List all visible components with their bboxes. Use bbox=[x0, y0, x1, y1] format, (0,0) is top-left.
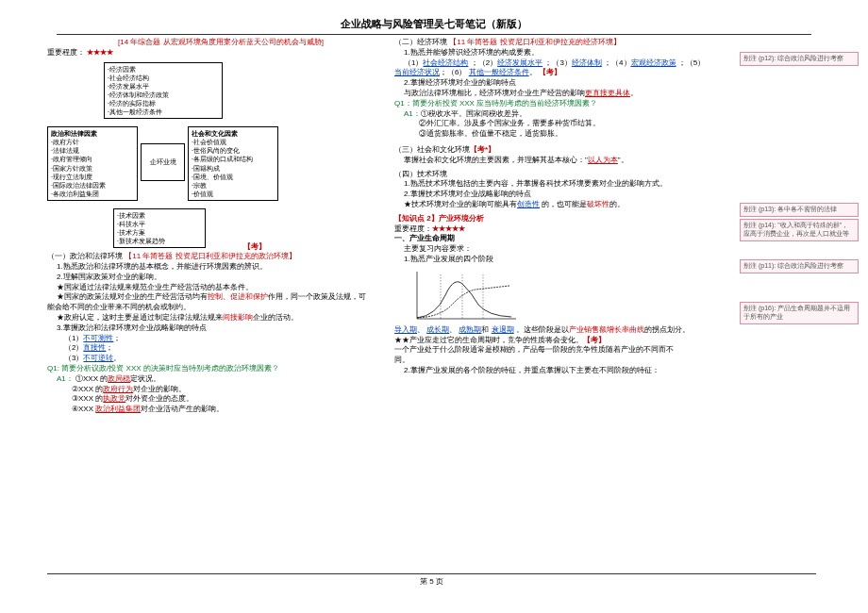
diagram-top-box: ·经济因素·社会经济结构 ·经济发展水平·经济体制和经济政策 ·经济的实际指标·… bbox=[104, 62, 223, 120]
lifecycle-chart bbox=[408, 267, 521, 323]
plc-l7: 2.掌握产业发展的各个阶段的特征，并重点掌握以下主要在不同阶段的特征： bbox=[394, 366, 742, 376]
sec2-l3: 当前经济状况；（6） 其他一般经济条件。 【考】 bbox=[394, 68, 742, 78]
page: 企业战略与风险管理吴七哥笔记（新版） 别注 (p12): 综合政治风险进行考察 … bbox=[0, 0, 868, 613]
sec2-title: （二）经济环境 【11 年简答题 投资尼日利亚和伊拉克的经济环境】 bbox=[394, 38, 742, 48]
sec4-title: （四）技术环境 bbox=[394, 170, 742, 180]
diagram-center: 企环 业境 bbox=[141, 143, 185, 181]
imp-label: 重要程度： bbox=[47, 48, 85, 57]
sec1-l8: （1）不可测性； bbox=[47, 334, 394, 344]
sec1-l9: （2）直接性； bbox=[47, 343, 394, 354]
left-column: [14 年综合题 从宏观环境角度用案分析蓝天公司的机会与威胁] 重要程度： ★★… bbox=[47, 38, 394, 415]
plc-l6: 同。 bbox=[394, 356, 742, 366]
plc-l4: ★★产业应走过它的生命周期时，竞争的性质将会变化。【考】 bbox=[394, 336, 742, 346]
sec2-l4: 2.掌握经济环境对企业的影响特点 bbox=[394, 78, 742, 89]
page-number: 第 5 页 bbox=[47, 576, 816, 587]
sec3-title: （三）社会和文化环境【考*】 bbox=[394, 145, 742, 156]
kao-tag-1: 【考】 bbox=[243, 241, 266, 252]
pest-diagram: ·经济因素·社会经济结构 ·经济发展水平·经济体制和经济政策 ·经济的实际指标·… bbox=[47, 58, 394, 253]
a1r-3: ③通货膨胀率。价值量不稳定，通货膨胀。 bbox=[394, 129, 742, 140]
diagram-right-box: 社会和文化因素 ·社会价值观·世俗风尚的变化 ·各层级的口成和结构·国籍构成 ·… bbox=[188, 126, 278, 201]
plc-l1: 主要复习内容要求： bbox=[394, 244, 742, 255]
imp-stars: ★★★★ bbox=[87, 48, 113, 57]
plc-l2: 1.熟悉产业发展的四个阶段 bbox=[394, 255, 742, 265]
stages: 导入期、 成长期、 成熟期和 衰退期 。这些阶段是以产业销售额增长率曲线的拐点划… bbox=[394, 325, 742, 336]
diagram-bottom-box: ·技术因素·科技水平 ·技术方案·新技术发展趋势 bbox=[113, 208, 206, 248]
margin-note-1: 别注 (p12): 综合政治风险进行考察 bbox=[740, 52, 859, 66]
a1-left: A1： ①XXX 的政局稳定状况。 bbox=[47, 374, 394, 385]
sec2-l5: 与政治法律环境相比，经济环境对企业生产经营的影响更直接更具体。 bbox=[394, 89, 742, 99]
sec1-l5: 能会给不同的企业带来不同的机会或制约。 bbox=[47, 303, 394, 313]
sec1-l7: 3.掌握政治和法律环境对企业战略影响的特点 bbox=[47, 323, 394, 334]
sec1-title: （一）政治和法律环境 【11 年简答题 投资尼日利亚和伊拉克的政治环境】 bbox=[47, 252, 394, 262]
kp-imp: 重要程度：★★★★★ bbox=[394, 224, 742, 235]
sec1-l10: （3）不可逆转。 bbox=[47, 354, 394, 364]
kp-title: 【知识点 2】产业环境分析 bbox=[394, 214, 742, 224]
plc-title: 一、产业生命周期 bbox=[394, 234, 742, 244]
a1r: A1：①税收水平。国家间税收差异。 bbox=[394, 109, 742, 120]
sec1-l2: 2.理解国家政策对企业的影响。 bbox=[47, 273, 394, 283]
q1-left: Q1: 简要分析议政/投资 XXX 的决策时应当特别考虑的政治环境因素？ bbox=[47, 364, 394, 374]
sec1-l3: ★国家通过法律法规来规范企业生产经营活动的基本条件。 bbox=[47, 283, 394, 293]
plc-l5: 一个产业处于什么阶段通常是模糊的，产品每一阶段的竞争性质随着产业的不同而不 bbox=[394, 345, 742, 356]
sec2-l1: 1.熟悉并能够辨识经济环境的构成要素。 bbox=[394, 48, 742, 58]
footer: 第 5 页 bbox=[47, 573, 816, 587]
sec1-l4: ★国家的政策法规对企业的生产经营活动均有控制、促进和保护作用，同一个政策及法规，… bbox=[47, 292, 394, 303]
sec4-l2: 2.掌握技术环境对企业战略影响的特点 bbox=[394, 190, 742, 200]
q1-right: Q1：简要分析投资 XXX 应当特别考虑的当前经济环境因素？ bbox=[394, 99, 742, 109]
right-column: （二）经济环境 【11 年简答题 投资尼日利亚和伊拉克的经济环境】 1.熟悉并能… bbox=[394, 38, 742, 415]
sec2-l2: （1）社会经济结构 ；（2）经济发展水平 ；（3）经济体制 ；（4）宏观经济政策… bbox=[394, 58, 742, 69]
sec4-l1: 1.熟悉技术环境包括的主要内容，并掌握各科技术环境要素对企业的影响方式。 bbox=[394, 179, 742, 190]
a1-2: ②XXX 的政府行为对企业的影响。 bbox=[47, 385, 394, 395]
sec1-l6: ★政府认定，这时主要是通过制定法律法规法规来间接影响企业的活动。 bbox=[47, 313, 394, 323]
rule-top bbox=[57, 34, 811, 35]
doc-title: 企业战略与风险管理吴七哥笔记（新版） bbox=[0, 0, 868, 31]
importance-left: 重要程度： ★★★★ bbox=[47, 48, 394, 58]
margin-note-3: 别注 (p14): "收入和高于特殊的群"，应高于消费企业，再次是人口就业等 bbox=[740, 219, 859, 241]
a1-4: ④XXX 政治利益集团对企业活动产生的影响。 bbox=[47, 405, 394, 415]
sec1-l1: 1.熟悉政治和法律环境的基本概念，并能进行环境因素的辨识。 bbox=[47, 262, 394, 273]
a1-3: ③XXX 的执政党对外资企业的态度。 bbox=[47, 394, 394, 405]
exam-ref-left: [14 年综合题 从宏观环境角度用案分析蓝天公司的机会与威胁] bbox=[47, 38, 394, 48]
sec4-l3: ★技术环境对企业的影响可能具有创造性 的，也可能是破坏性的。 bbox=[394, 200, 742, 210]
sec3-l1: 掌握社会和文化环境的主要因素，并理解其基本核心："以人为本"。 bbox=[394, 156, 742, 166]
diagram-left-box: 政治和法律因素 ·政府方针·法律法规 ·政府管理倾向·国家方针政策 ·现行立法制… bbox=[47, 126, 138, 201]
margin-note-2: 别注 (p13): 各中各不需留的法律 bbox=[740, 203, 859, 217]
margin-note-5: 别注 (p16): 产品生命周期题并不适用于所有的产业 bbox=[740, 302, 859, 324]
margin-note-4: 别注 (p11): 综合政治风险进行考察 bbox=[740, 259, 859, 273]
a1r-2: ②外汇汇率。涉及多个国家业务，需要多种货币结算。 bbox=[394, 119, 742, 129]
